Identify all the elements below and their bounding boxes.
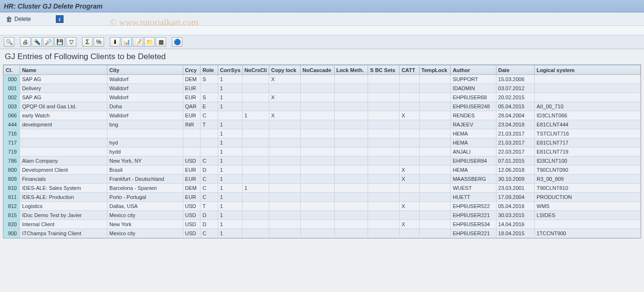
cell: 1 [218,93,242,102]
col-header[interactable]: TempLock [419,65,451,75]
table-row[interactable]: 001DeliveryWalldorfEUR1IDADMIN03.07.2012 [4,84,641,93]
cell: Porto - Portugal [107,193,183,202]
cell: EHP6USER534 [451,220,496,229]
cell [400,120,419,129]
cell: 1 [218,129,242,138]
localfile-icon[interactable]: 📁 [144,37,155,47]
table-row[interactable]: 810IDES-ALE: Sales SystemBarcelona - Spa… [4,184,641,193]
delete-button[interactable]: Delete [4,14,33,24]
save-icon[interactable]: 💾 [54,37,65,47]
detail-icon[interactable]: 🔍 [4,37,14,47]
info-icon[interactable] [56,15,63,23]
cell [368,156,400,166]
cell: New York, NY [107,156,183,166]
col-header[interactable]: NoCascade [300,65,334,75]
cell [419,220,451,229]
cell: EHP6USER68 [451,93,496,102]
table-row[interactable]: 900ITChamps Training ClientMexico cityUS… [4,229,641,238]
cell [368,102,400,111]
cell [419,156,451,166]
cell: IDES-ALE: Sales System [20,184,107,193]
cell: 811 [4,193,20,202]
sum-icon[interactable]: Σ [82,37,93,47]
cell: D [201,166,218,175]
table-row[interactable]: 815IDoc Demo Test by JavierMexico cityUS… [4,211,641,220]
col-header[interactable]: NoCrsCli [242,65,269,75]
layout-icon[interactable]: ▦ [156,37,166,47]
cell [400,147,419,156]
table-row[interactable]: 7161HEMA21.03.2017TSTCLNT716 [4,129,641,138]
table-row[interactable]: 066early WatchWalldorfEURC1XXRENDES28.04… [4,111,641,120]
table-row[interactable]: 000SAP AGWalldorfDEMS1XSUPPORT15.03.2006 [4,75,641,84]
col-header[interactable]: CATT [400,65,419,75]
cell: RENDES [451,111,496,120]
filter-icon[interactable]: ▽ [66,37,76,47]
subtotal-icon[interactable]: % [94,37,104,47]
col-header[interactable]: Logical system [535,65,641,75]
col-header[interactable]: CorrSys [218,65,242,75]
cell [183,147,201,156]
cell [419,111,451,120]
cell [334,93,368,102]
cell [20,138,107,147]
col-header[interactable]: Role [201,65,218,75]
cell [300,120,334,129]
cell [300,138,334,147]
cell [535,220,641,229]
word-icon[interactable]: 📝 [133,37,143,47]
cell [368,75,400,84]
col-header[interactable]: S BC Sets [368,65,400,75]
col-header[interactable]: Cl. [4,65,20,75]
export-icon[interactable]: ⬇ [110,37,120,47]
table-row[interactable]: 717hyd1HEMA21.03.2017E81CLNT717 [4,138,641,147]
table-row[interactable]: 719hydd1ANJALI22.03.2017E81CLNT719 [4,147,641,156]
cell: 1 [218,211,242,220]
table-row[interactable]: 786Alam CompanyNew York, NYUSDC1EHP6USER… [4,156,641,166]
cell: 05.04.2015 [496,102,534,111]
col-header[interactable]: City [107,65,183,75]
cell [269,138,301,147]
cell: SAP AG [20,93,107,102]
cell: 809 [4,175,20,184]
cell [201,138,218,147]
cell [107,129,183,138]
cell: 18.04.2015 [496,229,534,238]
find-icon[interactable]: 🔦 [32,37,42,47]
table-row[interactable]: 820Internal ClientNew YorkUSDD1XEHP6USER… [4,220,641,229]
cell [300,220,334,229]
table-row[interactable]: 809FinancialsFrankfurt - DeutschlandEURC… [4,175,641,184]
col-header[interactable]: Author [451,65,496,75]
cell [269,129,301,138]
cell: 28.04.2004 [496,111,534,120]
cell: 15.03.2006 [496,75,534,84]
col-header[interactable]: Name [20,65,107,75]
find-again-icon[interactable]: 🔎 [43,37,53,47]
table-row[interactable]: 800Development ClientBrasilEURD1XHEMA12.… [4,166,641,175]
cell: 21.03.2017 [496,129,534,138]
col-header[interactable]: Date [496,65,534,75]
cell [535,75,641,84]
cell: 1 [218,138,242,147]
graphic-icon[interactable]: 🔵 [172,37,182,47]
excel-icon[interactable]: 📊 [121,37,132,47]
col-header[interactable]: Copy lock [269,65,301,75]
table-row[interactable]: 812LogisticsDallas, USAUSDT1XEHP6USER522… [4,202,641,211]
table-row[interactable]: 444developmentbngINRT1RAJEEV23.04.2018E8… [4,120,641,129]
col-header[interactable]: Crcy [183,65,201,75]
cell: EHP6USER84 [451,156,496,166]
cell [20,129,107,138]
cell: 12.06.2018 [496,166,534,175]
cell: 23.03.2001 [496,184,534,193]
cell: EHP6USER221 [451,211,496,220]
table-row[interactable]: 811IDES-ALE: ProductionPorto - PortugalE… [4,193,641,202]
cell: Frankfurt - Deutschland [107,175,183,184]
table-row[interactable]: 003QPQP Oil and Gas Ltd.DohaQARE1EHP6USE… [4,102,641,111]
delete-label: Delete [14,16,31,22]
cell [300,211,334,220]
table-row[interactable]: 002SAP AGWalldorfEURS1XEHP6USER6820.02.2… [4,93,641,102]
print-icon[interactable]: 🖨 [20,37,31,47]
cell [368,93,400,102]
cell [300,93,334,102]
cell: S [201,75,218,84]
col-header[interactable]: Lock Meth. [334,65,368,75]
